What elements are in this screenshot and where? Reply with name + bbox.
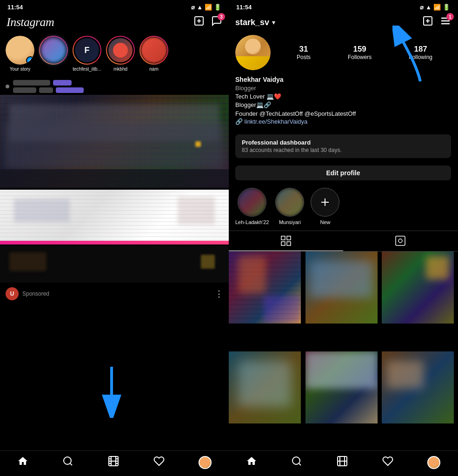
left-phone-panel: 11:54 ⌀ ▲ 📶 🔋 Instagram 3 bbox=[0, 0, 229, 476]
followers-label: Followers bbox=[348, 54, 372, 60]
posts-label: Posts bbox=[297, 54, 311, 60]
followers-stat[interactable]: 159 Followers bbox=[348, 45, 372, 60]
bio-link[interactable]: 🔗 linktr.ee/ShekharVaidya bbox=[235, 118, 451, 125]
nav-profile-left[interactable] bbox=[199, 456, 212, 469]
svg-line-5 bbox=[70, 463, 72, 465]
profile-stats-row: 31 Posts 159 Followers 187 Following bbox=[278, 45, 451, 60]
highlight-new-circle bbox=[311, 188, 339, 217]
profile-bio: Shekhar Vaidya Blogger Tech Lover 💻❤️ Bl… bbox=[235, 76, 451, 125]
svg-rect-26 bbox=[396, 236, 405, 245]
add-post-button[interactable] bbox=[193, 15, 205, 29]
highlight-mun-circle bbox=[275, 188, 304, 217]
svg-point-4 bbox=[64, 457, 71, 464]
grid-item-3[interactable] bbox=[382, 251, 454, 324]
messages-badge: 3 bbox=[218, 13, 225, 20]
instagram-logo: Instagram bbox=[7, 15, 54, 29]
content-tabs bbox=[229, 231, 458, 251]
grid-item-6[interactable] bbox=[382, 351, 454, 423]
hamburger-menu-button[interactable]: 1 bbox=[440, 15, 451, 29]
left-bottom-nav bbox=[0, 450, 229, 476]
bio-line-1: Blogger bbox=[235, 84, 451, 93]
bio-line-3: Blogger💻🔗 bbox=[235, 101, 451, 109]
nav-reels[interactable] bbox=[108, 456, 119, 469]
r-signal-icon: 📶 bbox=[433, 4, 441, 11]
highlight-leh-ladakh[interactable]: Leh-Ladakh'22 bbox=[235, 188, 269, 225]
right-status-bar: 11:54 ⌀ ▲ 📶 🔋 bbox=[229, 0, 458, 13]
right-nav-likes[interactable] bbox=[382, 456, 393, 469]
right-header: stark_sv ▾ 1 bbox=[229, 13, 458, 33]
right-time: 11:54 bbox=[236, 4, 252, 11]
right-status-icons: ⌀ ▲ 📶 🔋 bbox=[420, 4, 450, 11]
highlight-new-label: New bbox=[320, 219, 330, 225]
r-vpn-icon: ⌀ bbox=[420, 4, 424, 11]
highlight-new[interactable]: New bbox=[311, 188, 339, 225]
feed-post-1 bbox=[0, 95, 229, 188]
left-time: 11:54 bbox=[7, 4, 23, 11]
profile-section: 31 Posts 159 Followers 187 Following She… bbox=[229, 33, 458, 131]
add-story-icon: + bbox=[26, 56, 34, 65]
highlight-leh-circle bbox=[238, 188, 266, 217]
right-bottom-nav bbox=[229, 450, 458, 476]
right-nav-search[interactable] bbox=[291, 456, 302, 469]
highlight-munsiyari[interactable]: Munsiyari bbox=[275, 188, 304, 225]
tab-tagged[interactable] bbox=[343, 231, 458, 251]
stories-row: + Your story F techfest_iitb... bbox=[0, 33, 229, 76]
edit-profile-button[interactable]: Edit profile bbox=[235, 165, 451, 180]
svg-rect-24 bbox=[281, 242, 285, 245]
profile-display-name: Shekhar Vaidya bbox=[235, 76, 451, 83]
post-options-icon[interactable]: ⋮ bbox=[215, 289, 223, 299]
sponsored-label: Sponsored bbox=[22, 291, 49, 297]
nav-likes[interactable] bbox=[153, 456, 165, 469]
story-label-nam: nam bbox=[149, 66, 158, 72]
right-nav-profile[interactable] bbox=[427, 456, 440, 469]
sponsored-bar: U Sponsored ⋮ bbox=[0, 284, 229, 304]
svg-point-27 bbox=[398, 239, 402, 243]
right-nav-home[interactable] bbox=[246, 456, 257, 469]
story-mkbhd[interactable]: mkbhd bbox=[106, 36, 135, 72]
sponsored-brand-icon: U bbox=[6, 287, 19, 300]
story-techfest[interactable]: F techfest_iitb... bbox=[73, 36, 101, 72]
bio-line-4: Founder @TechLatestOff @eSportsLatestOff bbox=[235, 110, 451, 118]
nav-home[interactable] bbox=[17, 456, 28, 469]
story-nam[interactable]: nam bbox=[139, 36, 168, 72]
posts-stat[interactable]: 31 Posts bbox=[297, 45, 311, 60]
your-story-item[interactable]: + Your story bbox=[6, 36, 34, 72]
svg-rect-25 bbox=[287, 242, 291, 245]
right-header-icons: 1 bbox=[422, 15, 451, 29]
feed-post-3 bbox=[0, 245, 229, 283]
left-status-bar: 11:54 ⌀ ▲ 📶 🔋 bbox=[0, 0, 229, 13]
header-icons: 3 bbox=[193, 15, 222, 29]
left-status-icons: ⌀ ▲ 📶 🔋 bbox=[191, 4, 221, 11]
username-row: stark_sv ▾ bbox=[235, 18, 275, 27]
menu-badge: 1 bbox=[446, 13, 454, 20]
following-stat[interactable]: 187 Following bbox=[409, 45, 432, 60]
r-battery-icon: 🔋 bbox=[443, 4, 450, 11]
grid-item-1[interactable] bbox=[229, 251, 301, 324]
profile-avatar bbox=[235, 35, 271, 70]
nav-search[interactable] bbox=[62, 456, 73, 469]
professional-dashboard[interactable]: Professional dashboard 83 accounts reach… bbox=[235, 134, 451, 158]
pro-dashboard-title: Professional dashboard bbox=[242, 139, 445, 146]
r-wifi-icon: ▲ bbox=[425, 4, 431, 11]
story-label-techfest: techfest_iitb... bbox=[73, 66, 101, 72]
grid-item-5[interactable] bbox=[305, 351, 378, 423]
highlights-row: Leh-Ladakh'22 Munsiyari New bbox=[229, 184, 458, 231]
vpn-icon: ⌀ bbox=[191, 4, 195, 11]
right-add-button[interactable] bbox=[422, 15, 433, 29]
story-item-2[interactable] bbox=[39, 36, 68, 72]
feed-area: U Sponsored ⋮ bbox=[0, 76, 229, 450]
svg-rect-23 bbox=[287, 236, 291, 240]
messages-button[interactable]: 3 bbox=[211, 15, 222, 29]
signal-icon: 📶 bbox=[205, 4, 212, 11]
grid-item-2[interactable] bbox=[305, 251, 378, 324]
svg-point-30 bbox=[292, 457, 300, 464]
tab-grid[interactable] bbox=[229, 231, 343, 251]
bio-line-2: Tech Lover 💻❤️ bbox=[235, 93, 451, 101]
left-header: Instagram 3 bbox=[0, 13, 229, 33]
username-chevron-icon[interactable]: ▾ bbox=[272, 19, 275, 26]
wifi-icon: ▲ bbox=[197, 4, 203, 11]
right-nav-reels[interactable] bbox=[337, 456, 348, 469]
grid-item-4[interactable] bbox=[229, 351, 301, 423]
photo-grid bbox=[229, 251, 458, 450]
story-label-mkbhd: mkbhd bbox=[113, 66, 127, 72]
